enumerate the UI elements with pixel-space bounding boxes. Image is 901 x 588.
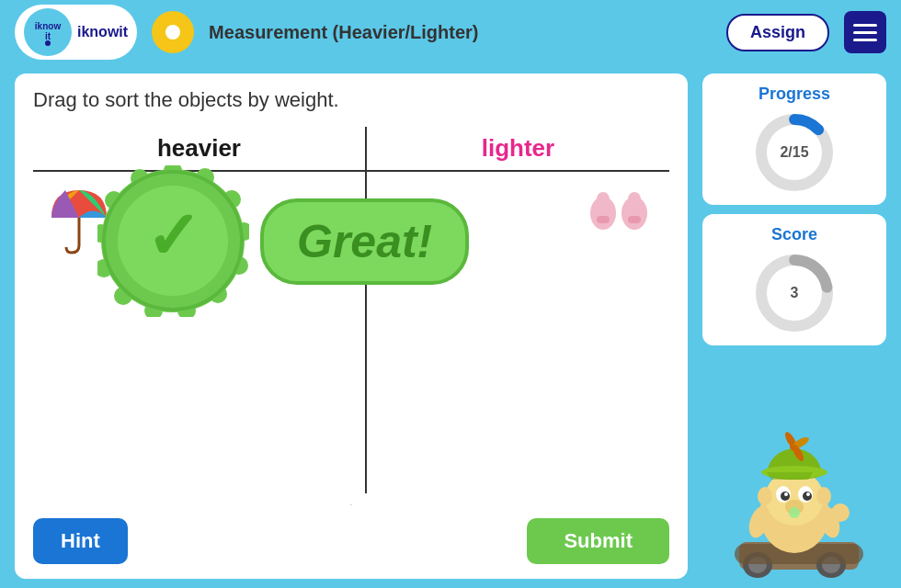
submit-button[interactable]: Submit <box>527 518 669 564</box>
main-content: Drag to sort the objects by weight. heav… <box>0 64 901 588</box>
hamburger-line-2 <box>853 31 877 34</box>
progress-title: Progress <box>758 85 830 104</box>
feedback-overlay: ✓ Great! <box>97 165 469 317</box>
score-section: Score 3 <box>702 214 886 345</box>
bottom-bar: Hint Submit <box>33 507 669 564</box>
app-header: iknow it iknowit Measurement (Heavier/Li… <box>0 0 901 64</box>
logo-text: iknowit <box>77 24 128 40</box>
heavier-column-header: heavier <box>33 127 366 171</box>
hamburger-line-1 <box>853 24 877 27</box>
mascot-svg <box>721 423 868 579</box>
svg-point-6 <box>597 192 610 207</box>
hamburger-line-3 <box>853 39 877 41</box>
svg-point-44 <box>784 492 788 496</box>
svg-text:iknow: iknow <box>35 21 62 31</box>
logo-icon: iknow it <box>24 8 72 56</box>
menu-button[interactable] <box>844 11 886 53</box>
svg-point-47 <box>789 507 800 518</box>
progress-value: 2/15 <box>780 144 808 161</box>
right-panel: Progress 2/15 Score 3 <box>702 74 886 579</box>
lesson-title: Measurement (Heavier/Lighter) <box>209 22 712 43</box>
svg-point-9 <box>628 192 641 207</box>
dot-divider: . <box>33 497 669 507</box>
svg-point-3 <box>45 40 51 46</box>
activity-panel: Drag to sort the objects by weight. heav… <box>15 74 688 579</box>
score-value: 3 <box>791 285 799 301</box>
yellow-circle-decoration <box>152 11 194 53</box>
svg-point-49 <box>816 487 831 505</box>
great-text: Great! <box>297 216 432 267</box>
svg-point-58 <box>831 503 850 522</box>
great-text-bubble: Great! <box>260 198 469 285</box>
assign-button[interactable]: Assign <box>726 14 829 51</box>
svg-point-48 <box>758 487 772 505</box>
svg-point-45 <box>806 492 810 496</box>
svg-rect-10 <box>628 216 641 223</box>
instruction-text: Drag to sort the objects by weight. <box>33 88 669 112</box>
lighter-column-header: lighter <box>366 127 669 171</box>
logo-wrapper: iknow it iknowit <box>15 5 137 60</box>
progress-donut: 2/15 <box>753 111 836 194</box>
svg-rect-7 <box>597 216 610 223</box>
mittens-item[interactable] <box>587 181 651 243</box>
hint-button[interactable]: Hint <box>33 518 128 564</box>
svg-text:it: it <box>45 31 51 41</box>
badge-svg: ✓ <box>97 165 249 317</box>
yellow-circle-inner <box>165 25 180 40</box>
progress-section: Progress 2/15 <box>702 74 886 205</box>
score-donut: 3 <box>753 252 836 334</box>
svg-text:✓: ✓ <box>145 199 200 273</box>
mascot-area <box>721 355 868 579</box>
score-title: Score <box>771 225 817 244</box>
